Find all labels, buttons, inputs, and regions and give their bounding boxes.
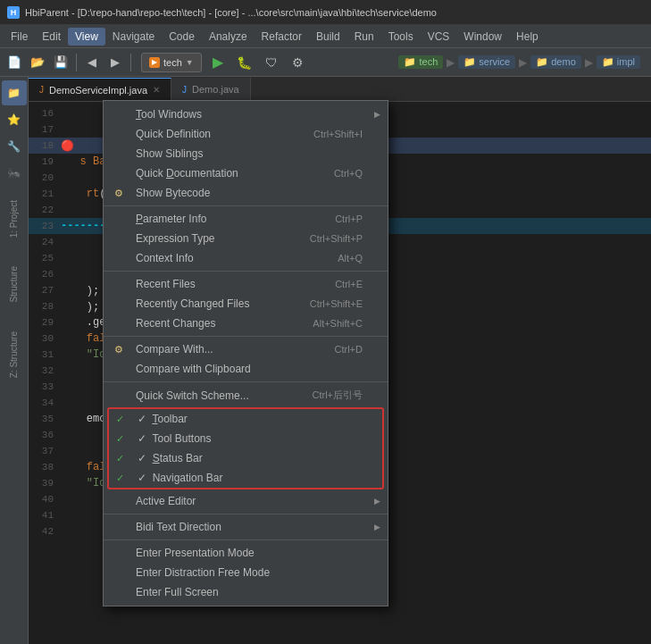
context-info-shortcut: Alt+Q xyxy=(338,253,377,263)
file-tabs: J DemoServiceImpl.java ✕ J Demo.java xyxy=(29,77,651,102)
menu-analyze[interactable]: Analyze xyxy=(202,28,255,46)
breadcrumb-service[interactable]: 📁 service xyxy=(458,55,515,69)
status-bar-check-icon xyxy=(116,453,134,464)
menu-view[interactable]: View xyxy=(68,28,105,46)
recent-changed-label: Recently Changed Files xyxy=(136,297,310,310)
full-screen-label: Enter Full Screen xyxy=(136,586,377,598)
menu-enter-distraction-free-mode[interactable]: Enter Distraction Free Mode xyxy=(104,563,388,582)
toolbar-label: ✓ Toolbar xyxy=(138,413,375,425)
menu-quick-documentation[interactable]: Quick Documentation Ctrl+Q xyxy=(104,163,388,183)
dropdown-arrow-icon: ▼ xyxy=(186,58,194,67)
profile-button[interactable]: ⚙ xyxy=(288,52,309,73)
expr-type-label: Expression Type xyxy=(136,232,310,245)
menu-file[interactable]: File xyxy=(4,28,35,46)
distraction-free-label: Enter Distraction Free Mode xyxy=(136,566,377,579)
sep5 xyxy=(104,514,388,514)
sidebar-ant-icon[interactable]: 🐜 xyxy=(2,161,27,186)
menu-code[interactable]: Code xyxy=(162,28,202,46)
presentation-label: Enter Presentation Mode xyxy=(136,547,377,559)
menu-tool-buttons[interactable]: ✓ Tool Buttons xyxy=(109,429,382,448)
sidebar-structure-icon[interactable]: 🔧 xyxy=(2,134,27,159)
toolbar-open-btn[interactable]: 📂 xyxy=(27,52,48,73)
menu-navigation-bar[interactable]: ✓ Navigation Bar xyxy=(109,468,382,488)
close-tab-1[interactable]: ✕ xyxy=(153,85,160,95)
breadcrumb-impl[interactable]: 📁 impl xyxy=(597,55,640,69)
run-button[interactable]: ▶ xyxy=(207,52,229,73)
menu-context-info[interactable]: Context Info Alt+Q xyxy=(104,248,388,268)
app-icon: H xyxy=(7,6,20,19)
toolbar-back-btn[interactable]: ◀ xyxy=(81,52,103,73)
title-text: HbiParent - [D:\repo-hand\repo-tech\tech… xyxy=(25,7,437,18)
breadcrumb-tech[interactable]: 📁 tech xyxy=(398,55,443,69)
toolbar-right: ▶ tech ▼ ▶ 🐛 🛡 ⚙ xyxy=(141,52,309,73)
menu-refactor[interactable]: Refactor xyxy=(255,28,309,46)
menu-navigate[interactable]: Navigate xyxy=(105,28,162,46)
checked-items-group: ✓ Toolbar ✓ Tool Buttons ✓ Status Bar ✓ … xyxy=(107,407,384,489)
menu-compare-with[interactable]: ⚙ Compare With... Ctrl+D xyxy=(104,339,388,359)
sep3 xyxy=(104,336,388,337)
quick-switch-shortcut: Ctrl+后引号 xyxy=(312,389,377,402)
compare-with-shortcut: Ctrl+D xyxy=(335,344,377,355)
tab-demo-service-impl[interactable]: J DemoServiceImpl.java ✕ xyxy=(29,78,171,101)
breadcrumb-demo[interactable]: 📁 demo xyxy=(530,55,581,69)
menu-edit[interactable]: Edit xyxy=(35,28,68,46)
menu-tool-windows[interactable]: Tool Windows xyxy=(104,105,388,124)
menu-toolbar[interactable]: ✓ Toolbar xyxy=(109,409,382,429)
tab-label-2: Demo.java xyxy=(192,84,239,95)
menu-active-editor[interactable]: Active Editor xyxy=(104,491,388,511)
menu-recently-changed-files[interactable]: Recently Changed Files Ctrl+Shift+E xyxy=(104,294,388,314)
recent-changed-shortcut: Ctrl+Shift+E xyxy=(310,298,377,309)
menu-build[interactable]: Build xyxy=(309,28,347,46)
toolbar-sep1 xyxy=(76,54,77,71)
menu-recent-changes[interactable]: Recent Changes Alt+Shift+C xyxy=(104,314,388,333)
editor-wrapper: J DemoServiceImpl.java ✕ J Demo.java 16 … xyxy=(29,77,651,644)
menu-recent-files[interactable]: Recent Files Ctrl+E xyxy=(104,274,388,294)
menu-parameter-info[interactable]: Parameter Info Ctrl+P xyxy=(104,209,388,229)
quick-def-label: Quick Definition xyxy=(136,128,313,140)
menu-help[interactable]: Help xyxy=(509,28,546,46)
tool-windows-label: Tool Windows xyxy=(136,108,377,121)
bidi-label: Bidi Text Direction xyxy=(136,521,377,533)
tab-demo[interactable]: J Demo.java xyxy=(171,78,251,101)
menu-run[interactable]: Run xyxy=(347,28,381,46)
menu-show-bytecode[interactable]: ⚙ Show Bytecode xyxy=(104,183,388,203)
toolbar-save-btn[interactable]: 💾 xyxy=(50,52,71,73)
menu-enter-presentation-mode[interactable]: Enter Presentation Mode xyxy=(104,543,388,563)
context-info-label: Context Info xyxy=(136,252,338,264)
tab-icon-1: J xyxy=(39,85,44,95)
project-selector[interactable]: ▶ tech ▼ xyxy=(141,53,202,72)
navigation-bar-check-icon xyxy=(116,473,134,484)
recent-changes-label: Recent Changes xyxy=(136,317,313,330)
menu-quick-definition[interactable]: Quick Definition Ctrl+Shift+I xyxy=(104,124,388,144)
menu-status-bar[interactable]: ✓ Status Bar xyxy=(109,448,382,468)
sidebar-favorites-icon[interactable]: ⭐ xyxy=(2,107,27,132)
menu-quick-switch-scheme[interactable]: Quick Switch Scheme... Ctrl+后引号 xyxy=(104,385,388,406)
status-bar-label: ✓ Status Bar xyxy=(138,452,375,464)
sep4 xyxy=(104,381,388,382)
breadcrumb-sep2: ▶ xyxy=(519,56,527,69)
tab-label-1: DemoServiceImpl.java xyxy=(49,85,147,96)
quick-switch-label: Quick Switch Scheme... xyxy=(136,389,312,402)
sidebar-project-icon[interactable]: 📁 xyxy=(2,80,27,105)
z-panel-label[interactable]: Z: Structure xyxy=(7,328,21,381)
debug-button[interactable]: 🐛 xyxy=(234,52,255,73)
menu-expression-type[interactable]: Expression Type Ctrl+Shift+P xyxy=(104,229,388,248)
recent-files-shortcut: Ctrl+E xyxy=(335,279,377,289)
quick-doc-label: Quick Documentation xyxy=(136,167,334,180)
menu-enter-full-screen[interactable]: Enter Full Screen xyxy=(104,582,388,602)
toolbar-forward-btn[interactable]: ▶ xyxy=(104,52,126,73)
param-info-shortcut: Ctrl+P xyxy=(335,213,377,224)
project-panel-label[interactable]: 1: Project xyxy=(7,197,21,241)
menu-tools[interactable]: Tools xyxy=(381,28,421,46)
menu-bar: File Edit View Navigate Code Analyze Ref… xyxy=(0,25,651,48)
menu-window[interactable]: Window xyxy=(456,28,509,46)
menu-vcs[interactable]: VCS xyxy=(421,28,457,46)
menu-bidi-text-direction[interactable]: Bidi Text Direction xyxy=(104,517,388,537)
menu-show-siblings[interactable]: Show Siblings xyxy=(104,144,388,163)
toolbar-new-btn[interactable]: 📄 xyxy=(4,52,25,73)
coverage-button[interactable]: 🛡 xyxy=(261,52,282,73)
show-siblings-label: Show Siblings xyxy=(136,147,377,160)
toolbar-check-icon xyxy=(116,414,134,425)
menu-compare-clipboard[interactable]: Compare with Clipboard xyxy=(104,359,388,379)
structure-panel-label[interactable]: Structure xyxy=(7,263,21,306)
